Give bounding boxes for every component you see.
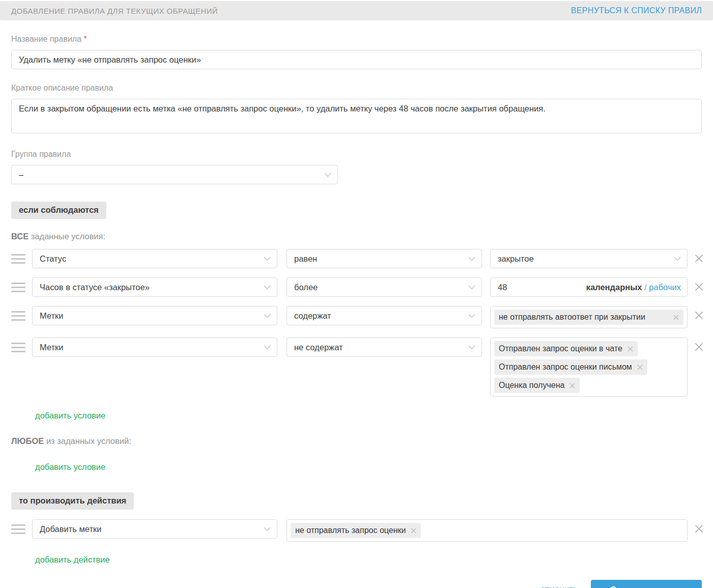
tag-label: Отправлен запрос оценки письмом (499, 362, 632, 372)
condition-field-select-value: Метки (40, 311, 64, 321)
any-conditions-label: ЛЮБОЕ из заданных условий: (11, 436, 702, 446)
tags-input[interactable]: не отправлять запрос оценки (287, 519, 688, 542)
rule-description-textarea[interactable]: Если в закрытом обращении есть метка «не… (11, 99, 702, 133)
remove-row-button[interactable] (694, 282, 704, 292)
tag-label: Оценка получена (499, 380, 564, 390)
condition-value-number[interactable]: 48календарных / рабочих (490, 277, 688, 297)
chevron-down-icon (674, 257, 681, 261)
action-rows: Добавить меткине отправлять запрос оценк… (11, 519, 702, 542)
condition-operator-select[interactable]: не содержат (287, 338, 482, 357)
remove-tag-icon[interactable] (673, 315, 679, 320)
close-icon (569, 383, 575, 388)
tag: Отправлен запрос оценки в чате (494, 341, 638, 356)
remove-row-button[interactable] (694, 310, 704, 321)
add-condition-link-any[interactable]: добавить условие (35, 462, 105, 472)
chevron-down-icon (468, 285, 475, 290)
condition-row: Меткисодержатне отправлять автоответ при… (11, 306, 702, 328)
unit-calendar-toggle[interactable]: календарных (586, 283, 642, 292)
close-icon (411, 528, 416, 534)
condition-operator-select-value: более (294, 283, 318, 292)
chevron-down-icon (264, 314, 271, 318)
rule-group-select[interactable]: – (11, 165, 338, 184)
remove-tag-icon[interactable] (569, 383, 575, 388)
remove-tag-icon[interactable] (411, 528, 416, 534)
back-to-rules-link[interactable]: ВЕРНУТЬСЯ К СПИСКУ ПРАВИЛ (571, 6, 702, 15)
close-icon (637, 365, 643, 370)
drag-handle-icon[interactable] (11, 254, 25, 264)
close-icon (695, 254, 703, 263)
all-conditions-label: ВСЕ заданные условия: (11, 232, 702, 241)
chevron-down-icon (324, 173, 331, 177)
close-icon (695, 283, 703, 291)
drag-handle-icon[interactable] (11, 283, 25, 292)
add-condition-link-all[interactable]: добавить условие (35, 411, 105, 421)
remove-row-button[interactable] (694, 342, 704, 352)
tag: не отправлять автоответ при закрытии (494, 310, 683, 325)
rule-name-input[interactable] (11, 50, 702, 69)
condition-field-select[interactable]: Метки (32, 306, 277, 325)
condition-operator-select[interactable]: содержат (287, 306, 482, 325)
chevron-down-icon (264, 345, 271, 350)
form-footer: отменить Создать правило (0, 580, 713, 588)
remove-tag-icon[interactable] (628, 346, 633, 352)
page-title: ДОБАВЛЕНИЕ ПРАВИЛА ДЛЯ ТЕКУЩИХ ОБРАЩЕНИЙ (11, 7, 218, 15)
add-action-link[interactable]: добавить действие (35, 555, 110, 565)
cancel-button[interactable]: отменить (540, 584, 578, 588)
action-type-select[interactable]: Добавить метки (32, 519, 277, 539)
action-type-select-value: Добавить метки (40, 524, 101, 534)
chevron-down-icon (468, 345, 475, 350)
condition-row: Меткине содержатОтправлен запрос оценки … (11, 338, 702, 397)
hours-value: 48 (498, 283, 507, 292)
tag: не отправлять запрос оценки (291, 523, 421, 538)
condition-value-select-value: закрытое (498, 254, 534, 264)
page-header-bar: ДОБАВЛЕНИЕ ПРАВИЛА ДЛЯ ТЕКУЩИХ ОБРАЩЕНИЙ… (0, 1, 713, 20)
condition-operator-select-value: не содержат (294, 343, 343, 352)
rule-group-label: Группа правила (11, 150, 702, 159)
tag-label: не отправлять запрос оценки (295, 525, 406, 536)
rule-group-value: – (19, 170, 23, 180)
condition-field-select-value: Часов в статусе «закрытое» (40, 283, 150, 292)
condition-row: Статусравензакрытое (11, 249, 702, 268)
condition-value-select[interactable]: закрытое (490, 249, 688, 268)
chevron-down-icon (468, 314, 475, 318)
tags-input[interactable]: Отправлен запрос оценки в чатеОтправлен … (490, 338, 688, 397)
tag: Отправлен запрос оценки письмом (494, 359, 647, 375)
condition-row: Часов в статусе «закрытое»более48календа… (11, 277, 702, 297)
rule-description-label: Краткое описание правила (11, 83, 702, 93)
action-row: Добавить меткине отправлять запрос оценк… (11, 519, 702, 542)
chevron-down-icon (264, 285, 271, 290)
create-rule-button[interactable]: Создать правило (591, 580, 702, 588)
drag-handle-icon[interactable] (11, 311, 25, 321)
close-icon (673, 315, 679, 320)
condition-operator-select-value: содержат (294, 311, 331, 321)
remove-row-button[interactable] (694, 253, 704, 264)
rule-form: Название правила * Краткое описание прав… (0, 35, 713, 565)
chevron-down-icon (468, 257, 475, 261)
condition-field-select[interactable]: Часов в статусе «закрытое» (32, 277, 277, 297)
drag-handle-icon[interactable] (11, 343, 25, 352)
close-icon (628, 346, 633, 352)
drag-handle-icon[interactable] (11, 524, 25, 534)
unit-working-toggle[interactable]: рабочих (649, 283, 681, 292)
tags-input[interactable]: не отправлять автоответ при закрытии (490, 306, 688, 328)
tag: Оценка получена (494, 378, 580, 393)
remove-tag-icon[interactable] (637, 365, 643, 370)
then-actions-badge: то производить действия (11, 492, 134, 510)
remove-row-button[interactable] (694, 523, 704, 534)
condition-operator-select[interactable]: более (287, 277, 482, 297)
condition-field-select[interactable]: Статус (32, 249, 277, 268)
close-icon (695, 343, 703, 351)
condition-operator-select[interactable]: равен (287, 249, 482, 268)
condition-field-select-value: Статус (40, 254, 66, 264)
required-asterisk: * (84, 35, 87, 43)
condition-field-select-value: Метки (40, 343, 64, 352)
if-conditions-badge: если соблюдаются (11, 202, 106, 219)
condition-field-select[interactable]: Метки (32, 338, 277, 357)
chevron-down-icon (264, 527, 271, 531)
condition-operator-select-value: равен (294, 254, 317, 264)
all-conditions-rows: СтатусравензакрытоеЧасов в статусе «закр… (11, 249, 702, 397)
close-icon (695, 311, 703, 320)
close-icon (695, 524, 703, 533)
tag-label: не отправлять автоответ при закрытии (499, 312, 645, 322)
tag-label: Отправлен запрос оценки в чате (499, 344, 622, 354)
